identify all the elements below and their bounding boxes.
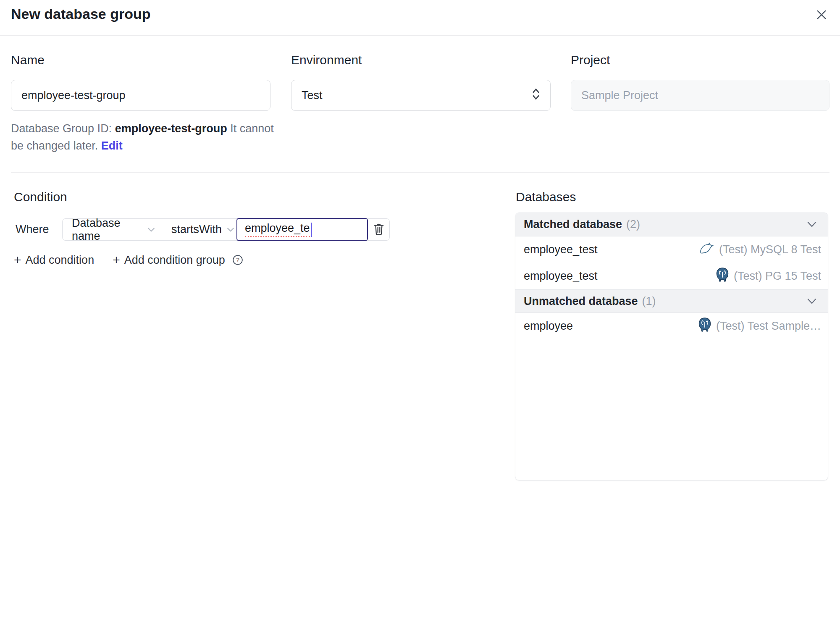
group-id-note: Database Group ID: employee-test-group I… xyxy=(11,120,280,155)
mysql-icon xyxy=(699,242,715,257)
databases-heading: Databases xyxy=(516,190,576,204)
database-instance-label: (Test) Test Sample… xyxy=(716,320,821,333)
condition-heading: Condition xyxy=(14,190,67,204)
unmatched-database-title: Unmatched database xyxy=(524,295,638,308)
condition-value-input[interactable]: employee_te xyxy=(236,218,368,241)
postgres-icon xyxy=(698,317,712,335)
environment-select[interactable]: Test xyxy=(291,80,551,111)
postgres-icon xyxy=(715,267,730,285)
condition-operator-value: startsWith xyxy=(171,223,222,236)
database-name: employee_test xyxy=(524,243,598,256)
project-input-disabled: Sample Project xyxy=(571,80,830,111)
database-row[interactable]: employee_test (Test) MySQL 8 Test xyxy=(515,236,828,263)
unmatched-database-count: (1) xyxy=(642,295,656,308)
condition-operator-dropdown[interactable]: startsWith xyxy=(162,219,236,240)
environment-select-value: Test xyxy=(302,89,323,102)
condition-field-dropdown[interactable]: Database name xyxy=(63,219,162,240)
condition-field-value: Database name xyxy=(72,217,142,243)
plus-icon: + xyxy=(113,254,120,266)
condition-row: Database name startsWith employee_te xyxy=(62,218,390,241)
database-name: employee_test xyxy=(524,270,598,283)
add-condition-button[interactable]: + Add condition xyxy=(14,254,94,267)
group-id-note-prefix: Database Group ID: xyxy=(11,122,115,135)
close-icon xyxy=(814,8,829,23)
add-condition-group-label: Add condition group xyxy=(124,254,225,267)
matched-database-count: (2) xyxy=(626,218,640,231)
matched-database-section-header[interactable]: Matched database (2) xyxy=(515,213,828,236)
condition-actions: + Add condition + Add condition group ? xyxy=(14,251,244,269)
database-instance: (Test) PG 15 Test xyxy=(715,267,821,285)
close-button[interactable] xyxy=(811,4,832,26)
database-instance: (Test) MySQL 8 Test xyxy=(699,242,821,257)
svg-text:?: ? xyxy=(236,257,239,263)
chevron-down-icon xyxy=(807,298,817,304)
name-label: Name xyxy=(11,53,45,67)
unmatched-database-section-header[interactable]: Unmatched database (1) xyxy=(515,289,828,313)
project-input-value: Sample Project xyxy=(581,89,658,102)
database-name: employee xyxy=(524,320,573,333)
select-spinner-icon xyxy=(532,87,540,104)
group-id-value: employee-test-group xyxy=(115,122,227,135)
add-condition-group-button[interactable]: + Add condition group xyxy=(113,254,225,267)
help-icon[interactable]: ? xyxy=(232,254,244,266)
delete-condition-button[interactable] xyxy=(368,219,389,240)
header-divider xyxy=(0,35,840,36)
matched-database-title: Matched database xyxy=(524,218,622,231)
chevron-down-icon xyxy=(142,227,155,232)
edit-group-id-link[interactable]: Edit xyxy=(101,139,123,152)
project-label: Project xyxy=(571,53,610,67)
name-input-value: employee-test-group xyxy=(21,89,126,102)
new-database-group-dialog: New database group Name Environment Proj… xyxy=(0,0,840,630)
add-condition-label: Add condition xyxy=(26,254,94,267)
text-cursor xyxy=(311,223,312,237)
plus-icon: + xyxy=(14,254,21,266)
name-input[interactable]: employee-test-group xyxy=(11,80,270,111)
chevron-down-icon xyxy=(222,227,234,232)
database-instance-label: (Test) MySQL 8 Test xyxy=(719,243,821,256)
section-divider xyxy=(11,172,830,173)
dialog-title: New database group xyxy=(11,6,151,22)
condition-value-text: employee_te xyxy=(245,222,310,237)
databases-panel: Matched database (2) employee_test (Test xyxy=(515,213,828,480)
database-row[interactable]: employee_test (Test) PG 15 Test xyxy=(515,263,828,289)
environment-label: Environment xyxy=(291,53,362,67)
database-row[interactable]: employee (Test) Test Sample… xyxy=(515,313,828,339)
chevron-down-icon xyxy=(807,221,817,228)
where-label: Where xyxy=(16,218,49,241)
database-instance: (Test) Test Sample… xyxy=(698,317,821,335)
database-instance-label: (Test) PG 15 Test xyxy=(734,270,821,283)
trash-icon xyxy=(373,222,385,237)
